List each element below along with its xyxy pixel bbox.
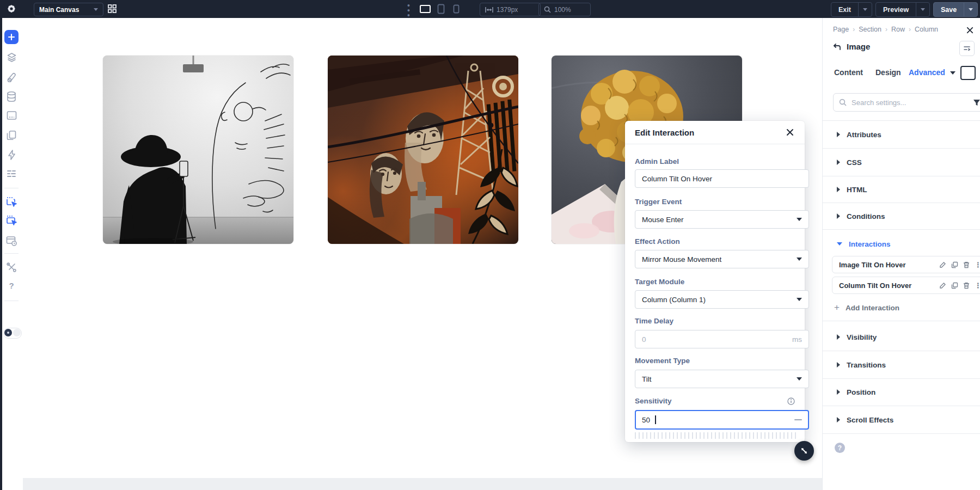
modal-close-icon[interactable] <box>786 128 794 136</box>
rail-help-icon[interactable]: ? <box>0 281 23 290</box>
dynamic-data-bolt-icon[interactable] <box>0 149 23 161</box>
edit-pencil-icon[interactable] <box>939 261 946 268</box>
breadcrumb-section[interactable]: Section <box>859 26 881 33</box>
section-transitions[interactable]: Transitions <box>823 351 980 378</box>
mobile-preview-icon[interactable] <box>453 4 460 14</box>
sensitivity-input[interactable]: 50 <box>635 410 809 430</box>
interaction-item-label: Column Tilt On Hover <box>839 281 911 290</box>
rail-mode-toggle[interactable] <box>3 328 22 339</box>
preview-dropdown-button[interactable] <box>916 3 929 16</box>
layers-icon[interactable] <box>0 52 23 63</box>
back-arrow-icon[interactable] <box>833 43 841 51</box>
templates-copy-icon[interactable] <box>0 130 23 141</box>
edit-pencil-icon[interactable] <box>939 282 946 289</box>
frame-indicator-icon[interactable] <box>960 66 976 80</box>
database-icon[interactable] <box>0 91 23 102</box>
trigger-event-select[interactable]: Mouse Enter <box>635 210 809 229</box>
preview-button-group: Preview <box>875 2 930 17</box>
select-chevron-icon <box>797 218 802 221</box>
canvas-width-control[interactable]: 1379px <box>480 3 541 16</box>
panel-expand-button[interactable] <box>959 41 975 56</box>
caret-right-icon <box>837 417 840 422</box>
movement-type-select[interactable]: Tilt <box>635 370 809 388</box>
drag-handle-icon[interactable] <box>794 419 802 420</box>
search-input[interactable] <box>850 98 969 107</box>
toggle-off-knob <box>13 329 21 336</box>
section-css[interactable]: CSS <box>823 149 980 176</box>
tab-design[interactable]: Design <box>875 68 901 77</box>
info-icon[interactable] <box>787 397 795 405</box>
breadcrumb-column[interactable]: Column <box>915 26 938 33</box>
zoom-control[interactable]: 100% <box>538 3 591 16</box>
effect-action-select[interactable]: Mirror Mouse Movement <box>635 250 809 268</box>
rail-divider <box>4 253 19 254</box>
save-dropdown-button[interactable] <box>964 3 977 16</box>
design-library-icon[interactable] <box>0 72 23 83</box>
section-attributes[interactable]: Attributes <box>823 121 980 148</box>
exit-button[interactable]: Exit <box>831 3 858 16</box>
forms-fields-icon[interactable] <box>0 169 23 179</box>
image-mural-photo[interactable] <box>328 56 518 244</box>
diagonal-resize-icon <box>800 446 808 455</box>
tab-content[interactable]: Content <box>834 68 863 77</box>
section-position[interactable]: Position <box>823 378 980 406</box>
kebab-menu-icon[interactable]: ⋮ <box>975 282 980 289</box>
interaction-item[interactable]: Image Tilt On Hover ⋮ <box>832 256 980 273</box>
duplicate-icon[interactable] <box>951 282 958 289</box>
caret-right-icon <box>837 362 840 367</box>
tools-icon[interactable] <box>0 262 23 273</box>
settings-search[interactable] <box>833 93 980 112</box>
canvas-selector[interactable]: Main Canvas <box>34 3 103 16</box>
apps-grid-icon[interactable] <box>107 4 117 14</box>
target-module-select[interactable]: Column (Column 1) <box>635 290 809 309</box>
interaction-item[interactable]: Column Tilt On Hover ⋮ <box>832 277 980 294</box>
pointer-multi-select-icon[interactable] <box>0 215 23 226</box>
media-card-icon[interactable] <box>0 110 23 121</box>
more-options-icon[interactable]: ••• <box>407 3 410 18</box>
sensitivity-slider-ticks[interactable] <box>635 432 796 439</box>
movement-type-value: Tilt <box>642 375 792 383</box>
delete-trash-icon[interactable] <box>963 282 970 289</box>
preview-button[interactable]: Preview <box>876 3 916 16</box>
pointer-select-icon[interactable] <box>0 196 23 208</box>
section-visibility[interactable]: Visibility <box>823 323 980 351</box>
caret-right-icon <box>837 160 840 165</box>
modal-resize-button[interactable] <box>794 441 814 461</box>
time-delay-input[interactable]: 0 ms <box>635 330 809 348</box>
filter-funnel-icon[interactable] <box>973 99 980 106</box>
canvas-width-value: 1379px <box>497 6 518 14</box>
add-element-button[interactable] <box>0 30 23 44</box>
desktop-preview-icon[interactable] <box>419 4 431 14</box>
interaction-item-label: Image Tilt On Hover <box>839 261 906 269</box>
chevron-down-icon <box>94 8 98 11</box>
tabs-chevron-down-icon[interactable] <box>950 71 955 75</box>
delete-trash-icon[interactable] <box>963 261 970 268</box>
section-scroll-effects[interactable]: Scroll Effects <box>823 406 980 433</box>
section-html[interactable]: HTML <box>823 176 980 203</box>
layout-manager-icon[interactable] <box>0 235 23 247</box>
settings-gear-icon[interactable] <box>6 3 17 14</box>
add-interaction-button[interactable]: + Add Interaction <box>834 302 899 313</box>
panel-close-icon[interactable] <box>966 27 973 34</box>
kebab-menu-icon[interactable]: ⋮ <box>975 261 980 268</box>
breadcrumb-page[interactable]: Page <box>833 26 849 33</box>
exit-dropdown-button[interactable] <box>858 3 872 16</box>
field-label-sensitivity: Sensitivity <box>635 397 672 405</box>
tab-advanced[interactable]: Advanced <box>909 68 945 77</box>
tablet-preview-icon[interactable] <box>437 4 445 14</box>
left-edge-strip <box>0 18 2 490</box>
breadcrumb-row[interactable]: Row <box>891 26 905 33</box>
breadcrumb: Page › Section › Row › Column <box>833 26 938 33</box>
search-icon <box>839 99 847 106</box>
section-interactions[interactable]: Interactions <box>823 230 980 258</box>
panel-help-button[interactable]: ? <box>835 443 845 453</box>
select-chevron-icon <box>797 258 802 261</box>
section-conditions[interactable]: Conditions <box>823 203 980 230</box>
duplicate-icon[interactable] <box>951 261 958 268</box>
save-button[interactable]: Save <box>934 3 964 16</box>
text-caret <box>655 415 656 424</box>
admin-label-input[interactable]: Column Tilt On Hover <box>635 169 809 188</box>
plus-icon: + <box>834 302 840 313</box>
image-bw-gallery-photo[interactable] <box>103 56 293 244</box>
trigger-event-value: Mouse Enter <box>642 216 792 224</box>
